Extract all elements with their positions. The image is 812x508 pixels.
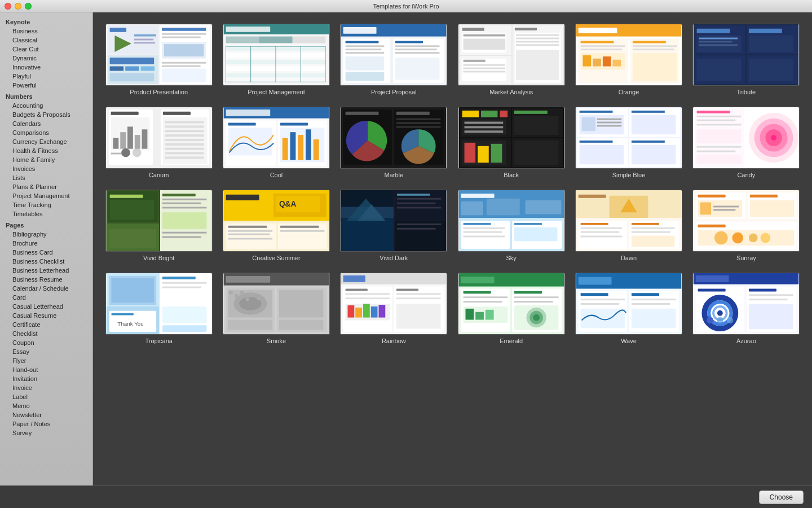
sidebar-item[interactable]: Invoice xyxy=(0,383,92,392)
template-item[interactable]: Marble xyxy=(339,107,448,178)
template-item[interactable]: Market Analysis xyxy=(457,24,566,95)
sidebar-item[interactable]: Comparisons xyxy=(0,128,92,137)
template-item[interactable]: Sunray xyxy=(692,190,801,261)
sidebar-item[interactable]: Plans & Planner xyxy=(0,182,92,191)
sidebar-item[interactable]: Invoices xyxy=(0,164,92,173)
sidebar-item[interactable]: Accounting xyxy=(0,101,92,110)
svg-rect-214 xyxy=(162,203,201,204)
template-thumbnail xyxy=(340,107,447,169)
template-item[interactable]: Sky xyxy=(457,190,566,261)
svg-rect-379 xyxy=(698,288,726,291)
sidebar-item[interactable]: Card xyxy=(0,293,92,302)
template-item[interactable]: Orange xyxy=(574,24,683,95)
svg-rect-251 xyxy=(463,223,491,225)
sidebar-item[interactable]: Bibliography xyxy=(0,230,92,239)
svg-rect-89 xyxy=(633,49,674,50)
sidebar-item[interactable]: Business xyxy=(0,27,92,36)
sidebar-item[interactable]: Powerful xyxy=(0,81,92,90)
sidebar-item[interactable]: Certificate xyxy=(0,320,92,329)
sidebar-item[interactable]: Business Resume xyxy=(0,275,92,284)
svg-rect-289 xyxy=(698,230,795,246)
svg-rect-246 xyxy=(397,228,436,230)
svg-rect-8 xyxy=(109,58,154,64)
sidebar-item[interactable]: Memo xyxy=(0,401,92,410)
sidebar-item[interactable]: Business Card xyxy=(0,248,92,257)
template-item[interactable]: Black xyxy=(457,107,566,178)
sidebar-item[interactable]: Currency Exchange xyxy=(0,137,92,146)
sidebar-item[interactable]: Playful xyxy=(0,72,92,81)
sidebar-item[interactable]: Classical xyxy=(0,36,92,45)
sidebar-item[interactable]: Casual Resume xyxy=(0,311,92,320)
sidebar-item[interactable]: Home & Family xyxy=(0,155,92,164)
svg-rect-116 xyxy=(111,153,125,155)
sidebar-item[interactable]: Casual Letterhead xyxy=(0,302,92,311)
template-item[interactable]: Candy xyxy=(692,107,801,178)
sidebar-item[interactable]: Project Management xyxy=(0,191,92,200)
svg-rect-113 xyxy=(142,129,147,148)
template-item[interactable]: Thank You Tropicana xyxy=(104,273,213,344)
svg-rect-18 xyxy=(164,44,204,56)
sidebar-item[interactable]: Calendars xyxy=(0,119,92,128)
template-item[interactable]: Simple Blue xyxy=(574,107,683,178)
sidebar-item[interactable]: Checklist xyxy=(0,329,92,338)
svg-rect-334 xyxy=(356,308,363,318)
sidebar-item[interactable]: Hand-out xyxy=(0,365,92,374)
template-item[interactable]: Dawn xyxy=(574,190,683,261)
template-item[interactable]: Wave xyxy=(574,273,683,344)
choose-button[interactable]: Choose xyxy=(759,491,804,504)
template-item[interactable]: Azurao xyxy=(692,273,801,344)
svg-rect-45 xyxy=(346,52,385,54)
sidebar-item[interactable]: Flyer xyxy=(0,356,92,365)
sidebar-item[interactable]: Lists xyxy=(0,173,92,182)
sidebar-item[interactable]: Business Letterhead xyxy=(0,266,92,275)
sidebar-item[interactable]: Survey xyxy=(0,428,92,437)
sidebar-item[interactable]: Dynamic xyxy=(0,54,92,63)
template-item[interactable]: Emerald xyxy=(457,273,566,344)
sidebar-item[interactable]: Coupon xyxy=(0,338,92,347)
template-item[interactable]: Cool xyxy=(222,107,330,178)
svg-rect-11 xyxy=(140,67,155,71)
sidebar-item[interactable]: Newsletter xyxy=(0,410,92,419)
template-item[interactable]: Smoke xyxy=(222,273,330,344)
sidebar-item[interactable]: Brochure xyxy=(0,239,92,248)
svg-rect-285 xyxy=(750,195,778,198)
svg-rect-226 xyxy=(228,226,267,228)
svg-rect-64 xyxy=(463,68,505,69)
sidebar-item[interactable]: Label xyxy=(0,392,92,401)
template-item[interactable]: Vivid Bright xyxy=(104,190,213,261)
sidebar-item[interactable]: Innovative xyxy=(0,63,92,72)
svg-rect-67 xyxy=(515,28,537,30)
template-item[interactable]: Rainbow xyxy=(339,273,448,344)
template-item[interactable]: Product Presentation xyxy=(104,24,213,95)
template-item[interactable]: Project Proposal xyxy=(339,24,448,95)
sidebar-item[interactable]: Timetables xyxy=(0,209,92,218)
template-item[interactable]: Vivid Dark xyxy=(339,190,448,261)
sidebar-item[interactable]: Paper / Notes xyxy=(0,419,92,428)
template-item[interactable]: Q&A Creative Summer xyxy=(222,190,330,261)
sidebar-item[interactable]: Business Checklist xyxy=(0,257,92,266)
svg-point-290 xyxy=(714,231,728,245)
svg-rect-197 xyxy=(697,116,742,117)
svg-rect-232 xyxy=(280,230,325,232)
maximize-button[interactable] xyxy=(25,3,32,10)
sidebar-item[interactable]: Calendar / Schedule xyxy=(0,284,92,293)
svg-point-292 xyxy=(749,234,758,243)
sidebar-item[interactable]: Invitation xyxy=(0,374,92,383)
template-name: Orange xyxy=(619,89,639,95)
svg-rect-46 xyxy=(346,56,385,71)
minimize-button[interactable] xyxy=(15,3,21,10)
svg-rect-322 xyxy=(246,297,249,301)
template-thumbnail: Thank You xyxy=(105,273,213,335)
close-button[interactable] xyxy=(5,3,11,10)
sidebar-item[interactable]: Budgets & Proposals xyxy=(0,110,92,119)
svg-rect-319 xyxy=(230,291,233,294)
template-item[interactable]: Tribute xyxy=(692,24,801,95)
sidebar-item[interactable]: Clear Cut xyxy=(0,45,92,54)
template-item[interactable]: Project Management xyxy=(222,24,330,95)
template-item[interactable]: Canum xyxy=(104,107,213,178)
svg-rect-49 xyxy=(395,41,423,43)
svg-rect-231 xyxy=(280,226,319,228)
sidebar-item[interactable]: Time Tracking xyxy=(0,200,92,209)
sidebar-item[interactable]: Health & Fitness xyxy=(0,146,92,155)
sidebar-item[interactable]: Essay xyxy=(0,347,92,356)
